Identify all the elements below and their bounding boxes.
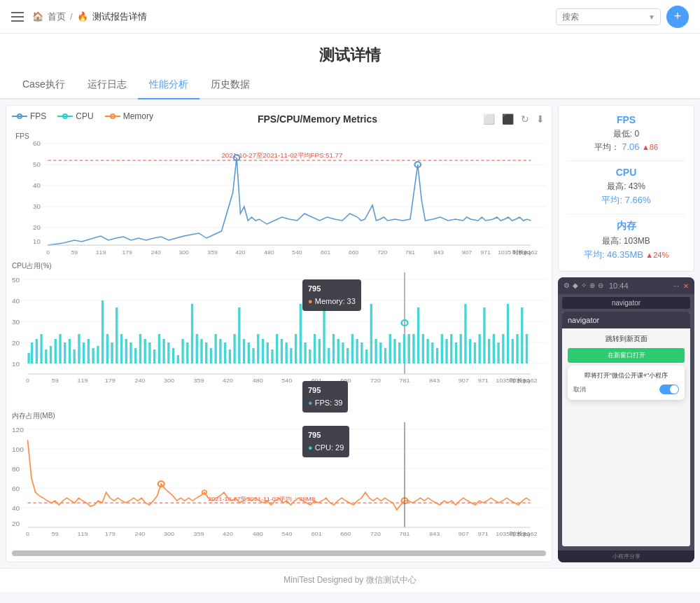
svg-rect-74 (125, 339, 127, 363)
tab-perf[interactable]: 性能分析 (138, 71, 200, 99)
svg-rect-104 (267, 342, 269, 363)
svg-text:660: 660 (340, 530, 351, 536)
chart-legend: FPS CPU Memory (12, 111, 153, 121)
tab-history[interactable]: 历史数据 (200, 71, 261, 99)
fps-chart-section: FPS 60 50 40 30 20 (12, 130, 546, 256)
svg-rect-142 (441, 334, 443, 363)
svg-rect-153 (493, 334, 495, 363)
fps-y-label: FPS (12, 130, 33, 140)
svg-text:20: 20 (12, 520, 20, 527)
chart-title-bar: FPS CPU Memory FPS/CPU/Memory Metrics ⬜ … (12, 111, 546, 127)
memory-avg: 平均: 46.35MB ▲24% (567, 249, 685, 261)
svg-rect-98 (238, 307, 240, 363)
svg-rect-143 (445, 339, 447, 363)
svg-text:179: 179 (105, 377, 115, 383)
cpu-avg: 平均: 7.66% (567, 194, 685, 207)
svg-rect-152 (488, 339, 490, 363)
svg-rect-72 (115, 307, 118, 363)
svg-text:359: 359 (194, 377, 204, 383)
tooltip-cpu-value: ● CPU: 29 (308, 442, 344, 455)
device-screen: navigator 跳转到新页面 在新窗口打开 即将打开"微信公开课+"小程序 … (562, 312, 690, 546)
svg-rect-160 (526, 334, 528, 363)
svg-rect-121 (346, 348, 349, 363)
svg-rect-70 (106, 334, 108, 363)
svg-text:59: 59 (52, 530, 59, 536)
svg-text:660: 660 (349, 249, 359, 256)
svg-rect-101 (252, 348, 254, 363)
svg-text:480: 480 (253, 530, 263, 536)
svg-text:781: 781 (400, 377, 410, 383)
svg-rect-89 (196, 334, 198, 363)
search-container (556, 8, 661, 25)
device-open-btn[interactable]: 在新窗口打开 (568, 348, 685, 363)
device-toggle[interactable] (659, 384, 679, 394)
svg-rect-87 (186, 342, 188, 363)
device-url-bar: navigator (562, 297, 690, 309)
svg-rect-91 (205, 342, 207, 363)
chart-expand-btn[interactable]: ⬜ (482, 112, 496, 126)
svg-rect-106 (276, 334, 278, 363)
menu-icon[interactable] (11, 12, 24, 22)
svg-text:359: 359 (194, 530, 204, 536)
device-top-bar-info: ⚙◆✧⊕⊖ 10:44 (564, 282, 629, 290)
svg-rect-133 (398, 342, 400, 363)
svg-rect-115 (318, 339, 321, 363)
svg-text:240: 240 (134, 530, 145, 536)
svg-text:300: 300 (178, 249, 189, 256)
svg-text:843: 843 (434, 249, 444, 256)
svg-text:179: 179 (122, 249, 133, 256)
svg-text:971: 971 (481, 249, 491, 256)
chart-refresh-btn[interactable]: ↻ (519, 112, 531, 126)
svg-text:300: 300 (164, 530, 174, 536)
svg-rect-79 (148, 342, 150, 363)
cpu-y-label: CPU占用(%) (12, 261, 546, 271)
svg-text:120: 120 (12, 427, 24, 434)
svg-rect-145 (455, 342, 457, 363)
svg-rect-96 (229, 349, 231, 363)
svg-rect-112 (304, 342, 306, 363)
svg-rect-110 (295, 334, 297, 363)
tab-log[interactable]: 运行日志 (76, 71, 138, 99)
svg-rect-144 (450, 334, 452, 363)
stats-panel: FPS 最低: 0 平均： 7.06 ▲86 CPU 最高: 43% 平均: 7… (558, 105, 694, 272)
chart-scrollbar[interactable] (12, 550, 546, 556)
legend-memory-label: Memory (123, 111, 153, 121)
svg-text:480: 480 (264, 249, 274, 256)
svg-rect-61 (64, 342, 66, 363)
svg-rect-139 (426, 339, 428, 363)
fps-min: 最低: 0 (567, 128, 685, 140)
svg-text:480: 480 (253, 377, 263, 383)
breadcrumb-sep: / (70, 11, 73, 22)
tooltip-memory-time: 795 (308, 283, 356, 296)
search-input[interactable] (556, 8, 661, 25)
add-button[interactable]: + (666, 6, 689, 28)
svg-rect-124 (360, 342, 363, 363)
chart-download-btn[interactable]: ⬇ (535, 112, 546, 126)
breadcrumb-home[interactable]: 首页 (48, 11, 66, 23)
svg-text:40: 40 (12, 298, 20, 305)
chart-window-btn[interactable]: ⬛ (500, 112, 515, 126)
svg-rect-108 (285, 342, 287, 363)
svg-text:50: 50 (33, 161, 41, 168)
svg-rect-60 (59, 334, 61, 363)
memory-stat-title: 内存 (567, 220, 685, 233)
svg-rect-76 (134, 348, 136, 363)
svg-rect-97 (233, 334, 235, 363)
svg-rect-73 (120, 334, 122, 363)
svg-text:240: 240 (151, 249, 162, 256)
svg-text:420: 420 (223, 530, 233, 536)
svg-rect-95 (224, 342, 226, 363)
svg-text:30: 30 (33, 203, 41, 210)
breadcrumb-current: 测试报告详情 (92, 11, 147, 23)
page-footer: MiniTest Designed by 微信测试中心 (0, 568, 700, 592)
fps-stat-title: FPS (567, 114, 685, 125)
fps-avg: 平均： 7.06 ▲86 (567, 141, 685, 153)
legend-cpu-label: CPU (76, 111, 93, 121)
chart-tooltip-fps: 795 ● FPS: 39 (302, 381, 348, 413)
memory-chart-svg: 120 100 80 60 40 20 2021-10-27至2021-11-0… (12, 422, 546, 545)
svg-rect-86 (181, 339, 183, 363)
svg-rect-141 (436, 348, 438, 363)
svg-text:100: 100 (12, 446, 24, 453)
tab-case[interactable]: Case执行 (11, 71, 76, 99)
right-panel: FPS 最低: 0 平均： 7.06 ▲86 CPU 最高: 43% 平均: 7… (558, 105, 694, 562)
